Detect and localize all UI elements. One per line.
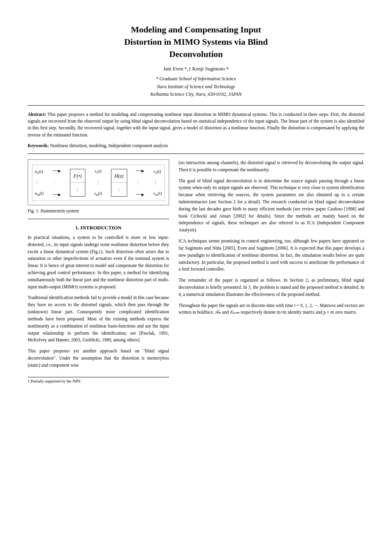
out-dots: ⋮	[136, 180, 144, 185]
f-block: F(•)	[70, 169, 85, 183]
um-label: um(t)	[35, 191, 44, 197]
out-arrow-bottom: ▶	[136, 193, 144, 197]
right-column: (no interaction among channels), the dis…	[179, 159, 364, 383]
dots-arrow: ⋮	[53, 180, 61, 185]
arrow-bottom: ▶	[53, 193, 61, 197]
dots-left: ⋮	[35, 180, 44, 185]
arrow-top: ▶	[53, 169, 61, 173]
f-block-dots: ⋮	[70, 183, 85, 196]
dots-s: ⋮	[96, 180, 100, 185]
left-column: u1(t) ⋮ um(t) ▶ ⋮ ▶	[28, 159, 169, 383]
right-para4: The remainder of the paper is organized …	[179, 277, 364, 298]
authors: Jani Even *,1 Kenji Sugimoto *	[28, 66, 364, 72]
two-column-layout: u1(t) ⋮ um(t) ▶ ⋮ ▶	[28, 159, 364, 383]
figure-divider	[28, 219, 169, 219]
footnote: 1 Partially supported by the JSPS	[28, 377, 169, 383]
v1-label: v1(t)	[153, 169, 162, 175]
title-section: Modeling and Compensating Input Distorti…	[28, 24, 364, 98]
s1-label: s1(t)	[94, 169, 102, 174]
keywords-section: Keywords: Nonlinear distortion, modeling…	[28, 143, 364, 148]
h-block: H(z)	[111, 169, 127, 183]
section1-title: 1. INTRODUCTION	[28, 225, 169, 231]
right-para2: The goal of blind signal deconvolution i…	[179, 178, 364, 234]
abstract-section: Abstract: This paper proposes a method f…	[28, 111, 364, 138]
s-labels: s1(t) ⋮ sm(t)	[94, 169, 102, 197]
keywords-divider	[28, 153, 364, 154]
right-para1: (no interaction among channels), the dis…	[179, 159, 364, 174]
page: Modeling and Compensating Input Distorti…	[0, 0, 392, 555]
affiliation: * Graduate School of Information Science…	[28, 75, 364, 98]
figure-caption: Fig. 1. Hammerstein system	[28, 208, 169, 213]
u1-label: u1(t)	[35, 169, 44, 175]
paper-title: Modeling and Compensating Input Distorti…	[28, 24, 364, 60]
figure-right-labels: v1(t) ⋮ vm(t)	[153, 169, 162, 197]
abstract-text: Abstract: This paper proposes a method f…	[28, 111, 364, 138]
right-para3: ICA techniques seems promising in contro…	[179, 238, 364, 273]
figure-left-labels: u1(t) ⋮ um(t)	[35, 169, 44, 197]
section1-para3: This paper proposes yet another approach…	[28, 348, 169, 369]
section1-para1: In practical situations, a system to be …	[28, 234, 169, 291]
vm-label: vm(t)	[153, 191, 162, 197]
h-block-container: H(z) ⋮	[111, 169, 127, 197]
dots-right: ⋮	[153, 180, 162, 185]
out-arrow-top: ▶	[136, 169, 144, 173]
h-block-dots: ⋮	[111, 183, 127, 196]
section1-para2: Traditional identification methods fail …	[28, 294, 169, 344]
title-divider	[28, 105, 364, 106]
figure-box: u1(t) ⋮ um(t) ▶ ⋮ ▶	[28, 159, 169, 205]
sm-label: sm(t)	[94, 191, 102, 197]
right-para5: Throughout the paper the signals are in …	[179, 302, 364, 316]
figure-inner: u1(t) ⋮ um(t) ▶ ⋮ ▶	[32, 165, 165, 201]
f-block-container: F(•) ⋮	[70, 169, 85, 197]
input-arrows: ▶ ⋮ ▶	[53, 169, 61, 197]
output-arrows: ▶ ⋮ ▶	[136, 169, 144, 197]
